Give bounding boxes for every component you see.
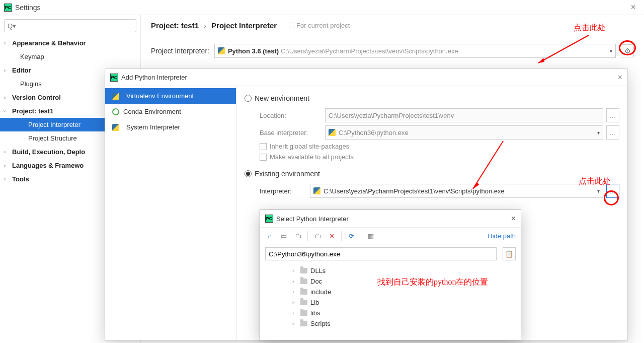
gear-icon: ⚙	[624, 47, 631, 55]
folder-icon	[300, 321, 307, 326]
radio-new-environment[interactable]: New environment	[245, 94, 619, 102]
separator	[341, 231, 342, 241]
select-interpreter-dialog: PC Select Python Interpreter × ⌂ ▭ 🗀 🗀 ✕…	[260, 210, 521, 340]
base-interpreter-label: Base interpreter:	[260, 129, 325, 136]
separator	[361, 231, 361, 241]
virtualenv-icon	[112, 93, 119, 100]
add-interpreter-title: Add Python Interpreter	[121, 74, 187, 81]
tree-folder-row[interactable]: ›DLLs	[265, 265, 516, 276]
close-icon[interactable]: ×	[626, 2, 640, 13]
select-interpreter-title: Select Python Interpreter	[276, 215, 349, 223]
existing-interpreter-dropdown[interactable]: C:\Users\yezia\PycharmProjects\test1\ven…	[310, 184, 603, 198]
breadcrumb-note: For current project	[289, 22, 350, 29]
radio-icon	[245, 170, 252, 177]
tree-folder-row[interactable]: ›Doc	[265, 276, 516, 287]
settings-titlebar: PC Settings ×	[0, 0, 644, 15]
folder-icon	[300, 279, 307, 284]
home-icon[interactable]: ⌂	[265, 231, 274, 240]
checkbox-icon	[260, 143, 267, 150]
tree-keymap[interactable]: Keymap	[0, 50, 140, 63]
chevron-down-icon: ▾	[597, 188, 600, 194]
project-folder-icon[interactable]: 🗀	[293, 231, 302, 240]
chevron-down-icon: ▾	[610, 48, 612, 54]
new-folder-icon[interactable]: 🗀	[313, 231, 322, 240]
pycharm-logo-icon: PC	[4, 4, 12, 12]
folder-icon	[300, 300, 307, 305]
python-icon	[112, 124, 119, 131]
folder-icon	[300, 310, 307, 316]
path-history-button[interactable]: 📋	[503, 247, 516, 260]
delete-icon[interactable]: ✕	[327, 231, 336, 240]
pycharm-logo-icon: PC	[110, 74, 118, 82]
sidebar-item-virtualenv[interactable]: Virtualenv Environment	[105, 88, 236, 104]
interpreter-label: Interpreter:	[260, 187, 310, 195]
close-icon[interactable]: ×	[618, 73, 622, 82]
chevron-down-icon: ▾	[597, 130, 600, 135]
settings-title: Settings	[15, 4, 41, 12]
file-tree: ›DLLs ›Doc ›include ›Lib ›libs ›Scripts	[260, 263, 521, 331]
checkbox-make-available[interactable]: Make available to all projects	[260, 153, 619, 161]
desktop-icon[interactable]: ▭	[279, 231, 288, 240]
checkbox-inherit[interactable]: Inherit global site-packages	[260, 143, 619, 150]
add-interpreter-sidebar: Virtualenv Environment Conda Environment…	[105, 86, 236, 340]
browse-location-button[interactable]: …	[606, 108, 619, 122]
separator	[307, 231, 308, 241]
radio-existing-environment[interactable]: Existing environment	[245, 170, 619, 178]
base-interpreter-dropdown[interactable]: C:\Python36\python.exe▾	[325, 125, 603, 140]
close-icon[interactable]: ×	[511, 214, 516, 223]
hide-path-link[interactable]: Hide path	[488, 232, 516, 240]
breadcrumb: Project: test1 › Project Interpreter For…	[151, 21, 634, 30]
add-interpreter-titlebar: PC Add Python Interpreter ×	[105, 69, 627, 86]
tree-folder-row[interactable]: ›include	[265, 287, 516, 297]
show-hidden-icon[interactable]: ▦	[366, 231, 375, 240]
chevron-right-icon: ›	[204, 21, 206, 30]
checkbox-icon	[260, 154, 267, 161]
tree-appearance[interactable]: ›Appearance & Behavior	[0, 36, 140, 50]
tree-folder-row[interactable]: ›Scripts	[265, 318, 516, 329]
current-project-icon	[289, 23, 294, 28]
python-icon	[218, 47, 225, 54]
conda-icon	[112, 108, 119, 115]
folder-icon	[300, 289, 307, 295]
path-input[interactable]	[265, 247, 497, 260]
sidebar-item-system[interactable]: System Interpreter	[105, 119, 236, 135]
select-interpreter-toolbar: ⌂ ▭ 🗀 🗀 ✕ ⟳ ▦ Hide path	[260, 227, 521, 244]
interpreter-settings-gear-button[interactable]: ⚙	[621, 44, 634, 57]
refresh-icon[interactable]: ⟳	[347, 231, 356, 240]
folder-icon	[300, 268, 307, 273]
project-interpreter-dropdown[interactable]: Python 3.6 (test) C:\Users\yezia\Pycharm…	[214, 44, 616, 58]
pycharm-logo-icon: PC	[265, 215, 273, 223]
select-interpreter-titlebar: PC Select Python Interpreter ×	[260, 210, 521, 227]
python-icon	[313, 187, 320, 194]
radio-icon	[245, 95, 252, 102]
browse-base-button[interactable]: …	[606, 125, 619, 140]
sidebar-item-conda[interactable]: Conda Environment	[105, 104, 236, 119]
location-input[interactable]: C:\Users\yezia\PycharmProjects\test1\ven…	[325, 108, 603, 122]
tree-folder-row[interactable]: ›Lib	[265, 297, 516, 308]
project-interpreter-label: Project Interpreter:	[151, 47, 209, 55]
tree-folder-row[interactable]: ›libs	[265, 308, 516, 318]
settings-search-input[interactable]	[4, 19, 136, 32]
browse-existing-button[interactable]: …	[606, 184, 619, 198]
location-label: Location:	[260, 112, 325, 119]
python-icon	[329, 129, 336, 136]
